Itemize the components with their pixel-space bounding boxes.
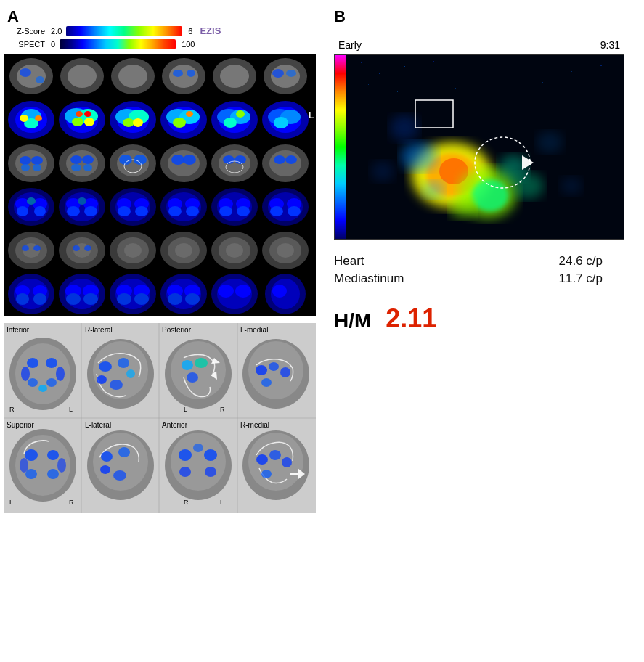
spect-image-container: Early 9:31	[334, 54, 624, 240]
svg-point-171	[218, 285, 234, 298]
svg-point-211	[187, 372, 198, 383]
svg-point-288	[371, 161, 394, 181]
svg-point-144	[277, 243, 294, 258]
svg-point-82	[269, 150, 301, 176]
zscore-scale-row: Z-Score 2.0 6 EZIS	[7, 25, 221, 36]
panel-a-label: A	[7, 7, 19, 26]
svg-point-205	[110, 380, 123, 390]
svg-point-251	[282, 457, 292, 467]
svg-point-58	[31, 156, 43, 165]
svg-point-138	[175, 243, 192, 258]
svg-point-66	[83, 164, 92, 171]
svg-point-132	[84, 245, 91, 251]
svg-point-287	[561, 177, 582, 195]
svg-rect-272	[542, 82, 543, 83]
svg-point-192	[46, 358, 57, 368]
svg-point-56	[15, 150, 47, 176]
svg-point-104	[135, 206, 148, 216]
svg-point-141	[226, 243, 243, 258]
brain-3d-area: Inferior R-lateral Posterior L-medial Su…	[4, 323, 316, 513]
svg-point-97	[84, 206, 97, 216]
svg-point-226	[25, 469, 37, 479]
brain-scan-area: L	[4, 54, 316, 316]
svg-point-162	[134, 293, 149, 305]
svg-point-75	[183, 155, 196, 165]
svg-point-161	[117, 293, 131, 305]
svg-point-197	[38, 385, 47, 392]
svg-point-22	[20, 115, 28, 122]
svg-point-229	[57, 458, 66, 473]
svg-point-96	[67, 206, 80, 216]
svg-rect-264	[571, 71, 572, 72]
svg-point-279	[472, 179, 508, 211]
svg-point-28	[72, 118, 83, 126]
svg-point-280	[401, 142, 437, 171]
svg-point-252	[261, 470, 272, 478]
svg-rect-267	[397, 91, 398, 92]
svg-text:Inferior: Inferior	[7, 326, 30, 334]
svg-point-54	[274, 117, 288, 128]
svg-point-9	[169, 65, 198, 88]
svg-point-98	[78, 197, 86, 205]
zscore-colorbar	[66, 26, 182, 36]
svg-text:R-medial: R-medial	[240, 421, 269, 429]
svg-rect-256	[361, 62, 362, 63]
spect-max: 100	[182, 40, 195, 49]
svg-point-242	[179, 467, 191, 477]
svg-point-89	[17, 206, 28, 216]
svg-point-131	[73, 245, 80, 251]
spect-scan	[346, 55, 624, 239]
svg-point-210	[195, 358, 208, 368]
svg-rect-259	[433, 61, 434, 62]
svg-point-172	[235, 285, 251, 298]
hm-value: 2.11	[386, 303, 436, 334]
svg-point-90	[34, 206, 46, 216]
svg-point-65	[71, 164, 81, 171]
svg-point-224	[25, 449, 38, 461]
svg-point-59	[21, 164, 30, 171]
svg-point-220	[280, 367, 290, 377]
svg-rect-269	[455, 88, 456, 89]
svg-rect-262	[521, 68, 521, 69]
svg-point-196	[56, 367, 65, 381]
svg-rect-258	[404, 66, 405, 67]
panel-b-label: B	[334, 7, 346, 26]
svg-point-48	[224, 118, 237, 128]
svg-point-3	[68, 65, 97, 88]
svg-text:L: L	[184, 406, 187, 413]
svg-rect-263	[550, 62, 550, 62]
zscore-label: Z-Score	[7, 27, 45, 36]
svg-point-202	[99, 361, 112, 372]
svg-point-83	[274, 155, 285, 164]
svg-point-235	[118, 447, 130, 457]
svg-point-1	[17, 65, 46, 88]
svg-point-282	[449, 197, 476, 218]
svg-point-63	[70, 155, 82, 164]
svg-point-234	[101, 451, 113, 462]
svg-point-167	[168, 293, 182, 305]
svg-text:R: R	[184, 499, 189, 506]
mediastinum-label: Mediastinum	[334, 271, 404, 286]
svg-rect-261	[492, 64, 492, 65]
svg-point-239	[171, 433, 226, 491]
svg-point-175	[272, 285, 287, 298]
svg-point-168	[185, 293, 200, 305]
svg-point-193	[28, 378, 38, 387]
svg-rect-266	[368, 84, 369, 85]
svg-point-244	[193, 444, 203, 452]
spect-scale-row: SPECT 0 100	[7, 39, 221, 49]
svg-point-122	[288, 206, 301, 216]
svg-point-203	[118, 358, 129, 368]
heart-value: 24.6 c/p	[559, 254, 603, 269]
svg-point-115	[219, 206, 232, 216]
svg-point-233	[93, 433, 148, 491]
svg-point-30	[76, 111, 83, 117]
svg-point-49	[236, 110, 245, 118]
svg-point-240	[179, 449, 192, 461]
svg-point-204	[97, 375, 107, 384]
l-marker: L	[309, 110, 314, 120]
svg-point-31	[84, 111, 91, 117]
svg-text:L-medial: L-medial	[240, 326, 268, 334]
svg-point-135	[124, 243, 142, 258]
svg-text:Posterior: Posterior	[162, 326, 192, 334]
